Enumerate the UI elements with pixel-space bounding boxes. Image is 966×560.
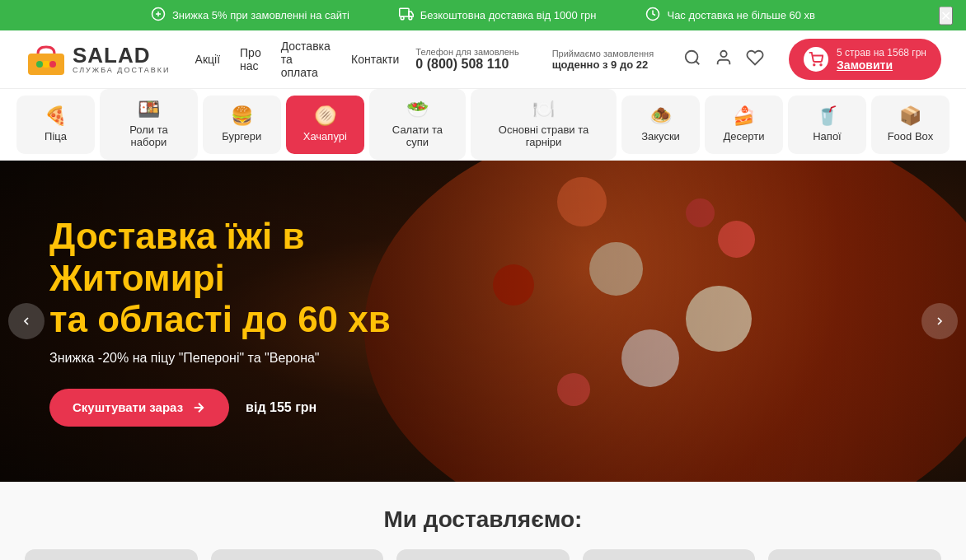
category-khachapuri[interactable]: 🫓 Хачапурі [286,96,364,154]
hero-cta-button[interactable]: Скуштувати зараз [49,389,229,427]
category-foodbox-label: Food Box [888,130,934,142]
category-snacks[interactable]: 🧆 Закуски [621,96,700,154]
hero-title-line1: Доставка їжі в Житомирі [49,216,305,298]
category-desserts-label: Десерти [724,130,765,142]
order-label: Приймаємо замовлення [552,49,654,58]
pizza-icon: 🍕 [45,107,67,125]
drinks-icon: 🥤 [816,107,838,125]
user-icon[interactable] [715,49,733,71]
bottom-tile-3 [396,549,570,560]
banner-item-discount: Знижка 5% при замовленні на сайті [151,7,349,24]
banner-item-free-delivery: Безкоштовна доставка від 1000 грн [399,7,597,24]
main-nav: Акції Про нас Доставка та оплата Контакт… [195,40,400,79]
order-hours: щоденно з 9 до 22 [552,58,649,71]
burgers-icon: 🍔 [231,107,253,125]
banner-item-time: Час доставка не більше 60 хв [645,7,815,24]
svg-point-9 [686,50,698,63]
category-drinks-label: Напої [813,130,842,142]
header: SALAD СЛУЖБА ДОСТАВКИ Акції Про нас Дост… [0,30,966,89]
nav-promo[interactable]: Акції [195,53,220,66]
category-burgers[interactable]: 🍔 Бургери [203,96,281,154]
svg-rect-1 [400,8,409,16]
cart-count: 5 страв на 1568 грн [837,47,926,58]
logo-link[interactable]: SALAD СЛУЖБА ДОСТАВКИ [25,42,171,77]
svg-point-10 [720,50,726,56]
hero-subtitle: Знижка -20% на піцу "Пепероні" та "Верон… [49,351,412,366]
logo-subtitle: СЛУЖБА ДОСТАВКИ [73,66,171,74]
category-drinks[interactable]: 🥤 Напої [788,96,866,154]
khachapuri-icon: 🫓 [314,107,336,125]
order-block: Приймаємо замовлення щоденно з 9 до 22 [552,49,654,71]
cart-order-label: Замовити [837,58,893,72]
clock-icon [645,7,660,24]
banner-discount-text: Знижка 5% при замовленні на сайті [172,9,349,21]
bottom-title: Ми доставляємо: [25,506,941,533]
nav-delivery[interactable]: Доставка та оплата [281,40,331,79]
svg-point-11 [814,64,815,66]
cart-info: 5 страв на 1568 грн Замовити [837,47,926,72]
hero-next-button[interactable] [921,303,958,339]
search-icon[interactable] [683,49,701,71]
foodbox-icon: 📦 [899,107,921,125]
bottom-tile-2 [211,549,384,560]
svg-point-2 [401,16,404,20]
bottom-tiles [25,549,941,560]
category-snacks-label: Закуски [641,130,680,142]
cart-icon [804,47,828,72]
category-desserts[interactable]: 🍰 Десерти [705,96,783,154]
phone-label: Телефон для замовлень [415,47,518,57]
banner-delivery-text: Безкоштовна доставка від 1000 грн [420,9,597,21]
hero-price: від 155 грн [246,400,317,415]
category-salads-label: Салати та супи [382,124,453,148]
phone-number: 0 (800) 508 110 [415,57,509,72]
bottom-section: Ми доставляємо: [0,482,966,560]
svg-point-3 [409,16,412,20]
hero-content: Доставка їжі в Житомирі та області до 60… [0,161,462,482]
bottom-tile-4 [583,549,756,560]
category-rolls-label: Роли та набори [113,124,185,148]
category-burgers-label: Бургери [222,130,261,142]
category-rolls[interactable]: 🍱 Роли та набори [100,89,198,160]
category-main[interactable]: 🍽️ Основні страви та гарніри [471,89,617,160]
banner-time-text: Час доставка не більше 60 хв [667,9,815,21]
category-nav: 🍕 Піца 🍱 Роли та набори 🍔 Бургери 🫓 Хача… [0,89,966,161]
category-main-label: Основні страви та гарніри [484,124,603,148]
cart-button[interactable]: 5 страв на 1568 грн Замовити [789,39,941,80]
category-foodbox[interactable]: 📦 Food Box [871,96,950,154]
category-pizza[interactable]: 🍕 Піца [16,96,95,154]
svg-rect-8 [43,61,49,68]
logo-icon [25,42,68,77]
discount-icon [151,7,166,24]
hero-cta-label: Скуштувати зараз [73,400,183,414]
rolls-icon: 🍱 [138,100,160,119]
contact-block: Телефон для замовлень 0 (800) 508 110 [415,47,518,72]
main-dishes-icon: 🍽️ [532,100,555,119]
hero-title-line2: та області до 60 хв [49,299,391,339]
category-khachapuri-label: Хачапурі [303,130,347,142]
category-salads[interactable]: 🥗 Салати та супи [369,89,466,160]
arrow-right-icon [191,400,206,415]
hero-section: Доставка їжі в Житомирі та області до 60… [0,161,966,482]
hero-cta-row: Скуштувати зараз від 155 грн [49,389,412,427]
svg-point-6 [36,61,43,68]
hero-price-value: 155 грн [270,400,317,414]
salads-icon: 🥗 [406,100,429,119]
category-pizza-label: Піца [45,130,67,142]
hero-title: Доставка їжі в Житомирі та області до 60… [49,216,412,341]
desserts-icon: 🍰 [733,107,755,125]
nav-contacts[interactable]: Контакти [351,53,399,66]
svg-point-7 [49,61,56,68]
logo-brand: SALAD [73,44,171,66]
banner-close-button[interactable]: ✕ [939,6,953,25]
header-icons [683,49,764,71]
wishlist-icon[interactable] [746,49,764,71]
bottom-tile-5 [768,549,941,560]
bottom-tile-1 [25,549,198,560]
hero-price-prefix: від [246,400,265,414]
snacks-icon: 🧆 [649,107,672,125]
delivery-icon [399,7,414,24]
hero-prev-button[interactable] [8,303,45,339]
top-banner: Знижка 5% при замовленні на сайті Безкош… [0,0,966,30]
svg-point-12 [820,64,822,66]
nav-about[interactable]: Про нас [240,46,261,72]
